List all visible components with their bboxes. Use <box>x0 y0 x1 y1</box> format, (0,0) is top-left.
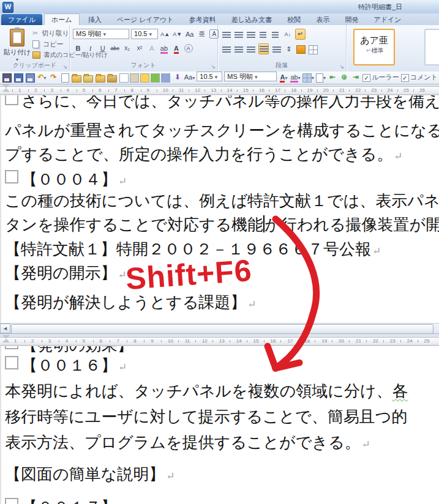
color-swatch[interactable] <box>161 73 170 83</box>
font-size-combo[interactable]: 10.5▾ <box>131 29 158 39</box>
ruler-checkbox[interactable]: ✓ <box>362 74 370 82</box>
toolbar-font-name-combo[interactable]: MS 明朝▾ <box>224 72 277 81</box>
ruler-tick <box>173 89 173 92</box>
hanging-indent-marker[interactable] <box>2 88 10 92</box>
cut-button[interactable]: ✂ 切り取り <box>32 29 69 38</box>
line-spacing-button[interactable]: ⇕ <box>284 44 293 54</box>
ruler-number: 4 <box>67 87 69 93</box>
multilevel-list-button[interactable] <box>246 29 255 39</box>
undo-dropdown-icon[interactable]: ▾ <box>43 75 46 81</box>
ruby-button[interactable]: 亜 <box>197 29 206 39</box>
borders-button[interactable] <box>309 44 318 54</box>
scrollbar-left-arrow[interactable]: ◄ <box>0 324 10 333</box>
save-all-button[interactable] <box>2 72 12 83</box>
insert-picture-button[interactable] <box>83 72 93 83</box>
style-next[interactable]: あ <box>424 29 439 65</box>
italic-button[interactable]: I <box>86 43 95 53</box>
scroll-right-button[interactable]: ⇥ <box>351 72 361 83</box>
style-preview-2: あ <box>426 35 439 46</box>
decrease-indent-button[interactable] <box>258 29 268 39</box>
ruler-number: 13 <box>211 87 216 93</box>
comment-toggle[interactable]: ✓コメント <box>401 72 438 83</box>
style-normal[interactable]: あア亜 ↵標準 <box>353 29 395 65</box>
change-case-button[interactable]: Aa <box>185 29 194 39</box>
ruler-number: 10 <box>163 87 168 93</box>
conditional-format-box <box>5 356 18 369</box>
redo-button[interactable]: ↷ <box>48 72 58 83</box>
font-color-button[interactable]: A <box>174 45 179 54</box>
save-as-button[interactable] <box>25 72 35 83</box>
folder-button[interactable] <box>96 72 105 83</box>
align-right-button[interactable] <box>246 44 255 54</box>
align-center-button[interactable] <box>234 44 243 54</box>
tab-references[interactable]: 参考資料 <box>182 14 223 26</box>
font-name-combo[interactable]: MS 明朝▾ <box>73 29 129 39</box>
increase-indent-button[interactable] <box>271 29 280 39</box>
undo-button[interactable]: ↶▾ <box>37 72 47 83</box>
bold-button[interactable]: B <box>73 43 83 53</box>
enclose-circle-button[interactable]: A <box>184 44 193 53</box>
ruler-tick <box>298 340 298 343</box>
strikethrough-button[interactable]: abc <box>110 43 119 53</box>
numbered-list-button[interactable] <box>234 29 243 39</box>
highlight-color-button[interactable]: ab <box>160 45 168 54</box>
ruler-bottom[interactable]: 1234567891011121314151617181920212223242… <box>0 333 439 346</box>
superscript-button[interactable]: x² <box>135 43 144 53</box>
save-button[interactable] <box>13 72 23 83</box>
table-icon <box>302 73 312 83</box>
ruler-number: 23 <box>390 338 396 344</box>
toolbar-highlight-button[interactable]: ab▾ <box>290 72 300 83</box>
clipboard-dialog-launcher[interactable]: ↘ <box>62 64 67 70</box>
horizontal-scrollbar[interactable]: ◄ <box>0 323 439 334</box>
color-swatch[interactable] <box>140 73 149 83</box>
copy-button[interactable]: コピー <box>32 40 64 49</box>
shrink-font-button[interactable]: A▼ <box>173 29 182 39</box>
table-button[interactable]: ▾ <box>302 72 314 83</box>
toolbar-font-color-button[interactable]: A▾ <box>279 72 288 83</box>
shape-arrow-button[interactable]: ⬇ <box>173 72 182 83</box>
ruler-toggle[interactable]: ✓ルーラー <box>362 72 399 83</box>
color-swatch[interactable] <box>130 73 139 83</box>
underline-button[interactable]: U <box>98 43 107 53</box>
color-swatch[interactable] <box>119 73 129 83</box>
bullet-list-button[interactable] <box>222 29 231 39</box>
document-pane-bottom[interactable]: 【発明の効果】 【００１６】↵ 本発明によれば、タッチパネルを複数の領域に分け、… <box>0 346 439 504</box>
justify-button[interactable] <box>258 43 269 54</box>
tab-view[interactable]: 表示 <box>309 14 336 26</box>
tab-review[interactable]: 校閲 <box>280 14 307 26</box>
tab-mailings[interactable]: 差し込み文書 <box>225 14 279 26</box>
ruler-number: 11 <box>185 338 190 344</box>
doc-line: タンを操作することで対応する機能が行われる撮像装置が開 <box>5 214 439 235</box>
text-effects-button[interactable]: A <box>147 43 156 53</box>
show-formatting-marks-button[interactable]: ↵ <box>295 29 306 40</box>
hanging-indent-marker[interactable] <box>2 339 10 343</box>
color-swatch[interactable] <box>151 73 160 83</box>
scrollbar-thumb[interactable] <box>11 324 433 334</box>
tab-developer[interactable]: 開発 <box>338 14 365 26</box>
ruler-top[interactable]: 1234567891011121314151617181920212223242… <box>0 84 439 95</box>
change-case-toolbar-button[interactable]: Aa▾ <box>184 72 195 83</box>
sort-button[interactable]: A↓ <box>283 29 292 39</box>
center-view-button[interactable]: ⊕ <box>339 72 349 83</box>
font-dialog-launcher[interactable]: ↘ <box>211 64 216 70</box>
scroll-left-button[interactable]: ⇤ <box>328 72 337 83</box>
word-app-icon[interactable]: W <box>2 2 13 13</box>
align-left-button[interactable] <box>222 44 231 54</box>
grow-font-button[interactable]: A▲ <box>160 29 170 39</box>
tab-page-layout[interactable]: ページ レイアウト <box>110 14 181 26</box>
tab-addins[interactable]: アドイン <box>367 14 408 26</box>
print-preview-button[interactable] <box>60 72 70 83</box>
shading-button[interactable] <box>296 44 306 54</box>
paragraph-dialog-launcher[interactable]: ↘ <box>339 64 344 70</box>
tab-insert[interactable]: 挿入 <box>81 14 108 26</box>
subscript-button[interactable]: x₂ <box>122 43 132 53</box>
send-button[interactable] <box>107 72 117 83</box>
comment-checkbox[interactable]: ✓ <box>401 74 409 82</box>
toolbar-font-size-combo[interactable]: 10.5▾ <box>197 72 222 81</box>
open-button[interactable] <box>72 72 81 83</box>
page-setup-button[interactable]: ▾ <box>316 72 326 83</box>
tab-home[interactable]: ホーム <box>44 13 80 25</box>
tab-file[interactable]: ファイル <box>1 14 42 26</box>
cut-icon: ✂ <box>32 29 38 37</box>
distribute-button[interactable] <box>272 44 281 54</box>
